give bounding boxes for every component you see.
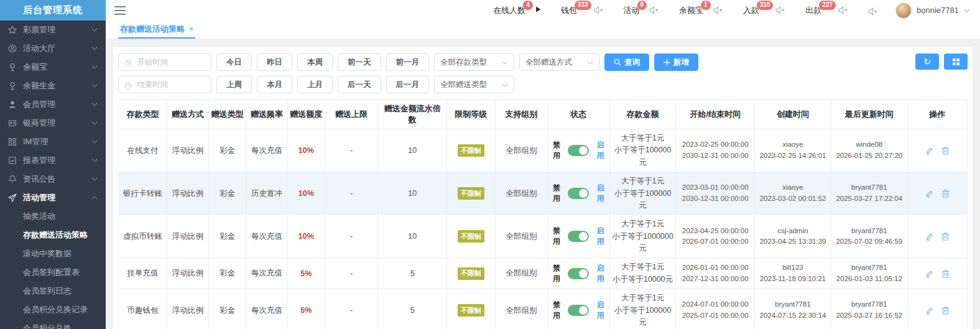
status-toggle[interactable] [568,268,589,279]
edit-icon[interactable] [925,269,934,278]
sidebar-item-label: 会员管理 [23,99,55,110]
sidebar-item-members[interactable]: 会员管理 [0,95,106,114]
sidebar-item-activities[interactable]: 活动管理 [0,188,106,207]
quick-range-button-r2-1[interactable]: 本月 [257,76,292,93]
limit-badge: 不限制 [458,230,484,243]
quick-range-button-r1-3[interactable]: 前一天 [338,53,381,71]
cell-created: xiaoye2023-03-02 00:01:52 [755,172,831,215]
sidebar-subitem-signin-config[interactable]: 会员签到配置表 [0,263,106,282]
cell-level-limit: 不限制 [446,129,495,172]
sidebar-item-im[interactable]: IM管理 [0,132,106,151]
refresh-button[interactable]: ↻ [915,53,939,70]
stat-badge: 333 [575,1,591,10]
status-toggle[interactable] [568,145,589,156]
column-header: 赠送额度 [288,100,325,129]
quick-range-button-r1-0[interactable]: 今日 [216,53,252,71]
header-stat-yuebao[interactable]: 余额宝1 [679,4,723,17]
filter-select-r2-0[interactable]: 全部赠送类型 [434,76,514,93]
start-time-input[interactable] [136,57,205,67]
header-stat-activity[interactable]: 活动0 [624,4,660,17]
columns-button[interactable] [944,53,968,70]
edit-icon[interactable] [925,232,934,241]
delete-icon[interactable] [941,146,950,155]
status-toggle[interactable] [568,231,589,242]
sidebar-item-label: 彩票管理 [23,24,55,35]
mute-icon[interactable] [713,6,723,14]
mute-icon[interactable] [649,6,659,14]
quick-range-button-r2-2[interactable]: 上月 [297,76,333,93]
mute-icon[interactable] [775,6,785,14]
stat-label: 在线人数 [493,4,525,17]
sidebar-item-lottery[interactable]: 彩票管理 [0,21,106,39]
header-stat-online-users[interactable]: 在线人数4 [493,4,541,17]
end-time-input[interactable] [136,80,205,90]
edit-icon[interactable] [925,146,934,155]
delete-icon[interactable] [941,189,950,198]
tab-deposit-gift-strategy[interactable]: 存款赠送活动策略 × [118,21,195,39]
sidebar-item-reports[interactable]: 报表管理 [0,151,106,170]
limit-badge: 不限制 [458,267,484,280]
sidebar-item-label: 余额宝 [23,62,47,73]
sidebar-item-merchants[interactable]: 银商管理 [0,114,106,132]
status-toggle[interactable] [568,188,589,199]
chevron-down-icon [502,58,508,67]
sidebar-subitem-signin-log[interactable]: 会员签到日志 [0,282,106,300]
header-stat-global-mute[interactable] [868,6,878,16]
user-icon [8,100,17,109]
edit-icon[interactable] [925,306,934,315]
sidebar-subitem-points-exchange-log[interactable]: 会员积分兑换记录 [0,300,106,319]
chevron-down-icon [587,58,593,67]
quick-range-button-r2-0[interactable]: 上周 [216,76,252,93]
sidebar-subitem-lottery-draw[interactable]: 抽奖活动 [0,207,106,226]
quick-range-button-r1-2[interactable]: 本周 [297,53,333,71]
delete-icon[interactable] [941,306,950,315]
cell-status: 禁用启用 [547,129,609,172]
header-stat-deposit[interactable]: 入款310 [743,4,786,17]
start-time-field[interactable]: ◷ [118,53,211,71]
content-area: ◷ 今日昨日本周前一天前一月 全部存款类型全部赠送方式 查询 新增 ◷ [106,39,980,329]
quick-range-button-r1-4[interactable]: 前一月 [386,53,430,71]
tab-bar: 存款赠送活动策略 × [106,21,980,39]
sidebar-subitem-deposit-gift-strategy[interactable]: 存款赠送活动策略 [0,226,106,244]
sidebar-item-activity-hall[interactable]: 活动大厅 [0,39,106,58]
header-stat-withdraw[interactable]: 出款227 [805,4,848,17]
cell-gift-type: 彩金 [209,289,246,329]
sidebar-subitem-rolling-win-data[interactable]: 滚动中奖数据 [0,244,106,263]
mute-icon[interactable] [868,7,878,16]
sidebar-item-yuebao[interactable]: 余额宝 [0,58,106,76]
user-menu[interactable]: bonnie7781 [895,2,970,19]
sidebar-item-yuesheng[interactable]: 余额生金 [0,76,106,95]
sidebar: 后台管理系统 彩票管理活动大厅余额宝余额生金会员管理银商管理IM管理报表管理资讯… [0,0,106,329]
top-header: 在线人数4钱包333活动0余额宝1入款310出款227 bonnie7781 [106,0,980,21]
cell-groups: 全部组别 [495,215,547,258]
delete-icon[interactable] [941,269,950,278]
hamburger-icon[interactable] [114,6,126,15]
pin-icon [8,63,17,72]
delete-icon[interactable] [941,232,950,241]
cell-gift-frequency: 每次充值 [246,129,288,172]
sidebar-subitem-points-exchange[interactable]: 会员积分兑换 [0,319,106,329]
column-header: 存款类型 [119,100,167,129]
quick-range-button-r2-3[interactable]: 后一天 [338,76,381,93]
sidebar-item-news[interactable]: 资讯公告 [0,170,106,188]
mute-icon[interactable] [594,6,604,14]
cell-turnover-multiple: 10 [378,172,447,215]
edit-icon[interactable] [925,189,934,198]
quick-range-button-r1-1[interactable]: 昨日 [257,53,292,71]
status-toggle[interactable] [568,305,589,316]
add-button[interactable]: 新增 [654,53,698,71]
table-row: 银行卡转账浮动比例彩金历史首冲10%-10不限制全部组别禁用启用大于等于1元小于… [119,172,968,215]
cell-turnover-multiple: 10 [378,215,447,258]
filter-select-r1-0[interactable]: 全部存款类型 [434,53,514,71]
quick-range-button-r2-4[interactable]: 后一月 [386,76,430,93]
filter-select-r1-1[interactable]: 全部赠送方式 [519,53,599,71]
end-time-field[interactable]: ◷ [118,76,211,93]
mute-icon[interactable] [838,6,848,14]
cell-deposit-amount: 大于等于1元小于等于100000元 [609,289,675,329]
cell-gift-limit: - [325,215,378,258]
cell-gift-quota: 10% [288,215,325,258]
search-button[interactable]: 查询 [604,53,649,71]
tab-close-icon[interactable]: × [189,25,193,34]
table-header-row: 存款类型赠送方式赠送类型赠送频率赠送额度赠送上限赠送金额流水倍数限制等级支持组别… [119,100,968,129]
header-stat-wallet[interactable]: 钱包333 [561,4,604,17]
